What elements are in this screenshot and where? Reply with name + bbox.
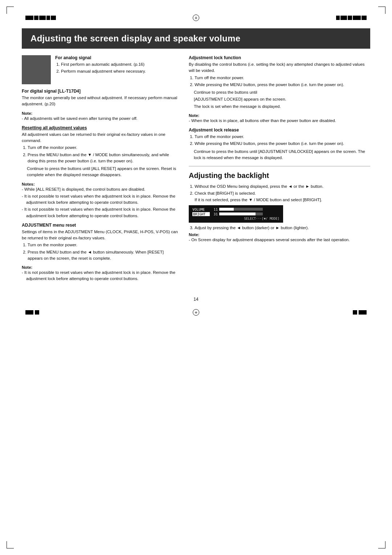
note-label-backlight: Note: <box>189 232 370 237</box>
osd-bright-bar-empty <box>256 212 263 215</box>
col-right: Adjustment lock function By disabling th… <box>189 55 370 286</box>
content-layout: For analog signal First perform an autom… <box>22 55 370 286</box>
adj-menu-heading: ADJUSTMENT menu reset <box>22 223 178 228</box>
note-item-1: All adjustments will be saved even after… <box>22 116 178 122</box>
corner-mark-bl <box>7 541 14 548</box>
reset-item-2: Press the MENU button and the ▼ / MODE b… <box>28 152 178 165</box>
lock-item-1: Turn off the monitor power. <box>195 75 370 81</box>
backlight-list: Without the OSD Menu being displayed, pr… <box>189 183 370 203</box>
page-number: 14 <box>22 297 370 302</box>
lock-function-heading: Adjustment lock function <box>189 55 370 60</box>
reset-continued: Continue to press the buttons until [ALL… <box>22 166 178 178</box>
osd-bright-row: BRIGHT 31 <box>192 212 279 216</box>
lock-list: Turn off the monitor power. While pressi… <box>189 75 370 88</box>
notes-item-2: It is not possible to reset values when … <box>22 193 178 206</box>
osd-bright-label: BRIGHT <box>192 212 210 216</box>
reg-marks-left <box>25 16 56 20</box>
reg-bar-right <box>336 16 367 20</box>
note-list-lock: When the lock is in place, all buttons o… <box>189 118 370 124</box>
reset-item-1: Turn off the monitor power. <box>28 145 178 151</box>
center-registration-mark <box>193 15 199 21</box>
backlight-item-1: Without the OSD Menu being displayed, pr… <box>195 183 370 190</box>
note-label-1: Note: <box>22 111 178 116</box>
reset-list: Turn off the monitor power. Press the ME… <box>22 145 178 164</box>
reg-marks-right <box>336 16 367 20</box>
notes-label-reset: Notes: <box>22 182 178 186</box>
note-backlight-item: On Screen display for adjustment disappe… <box>189 237 370 243</box>
lock-release-list: Turn off the monitor power. While pressi… <box>189 134 370 147</box>
notes-item-1: While [ALL RESET] is displayed, the cont… <box>22 186 178 193</box>
note-section-1: Note: All adjustments will be saved even… <box>22 111 178 122</box>
digital-text: The monitor can generally be used withou… <box>22 95 178 108</box>
note-adj-menu: Note: It is not possible to reset values… <box>22 265 178 282</box>
lock-item-2: While pressing the MENU button, press th… <box>195 82 370 88</box>
osd-bright-value: 31 <box>210 212 218 216</box>
osd-volume-value: 11 <box>210 207 218 211</box>
note-backlight: Note: On Screen display for adjustment d… <box>189 232 370 243</box>
lock-release-item-2: While pressing the MENU button, press th… <box>195 141 370 147</box>
reset-section: Resetting all adjustment values All adju… <box>22 125 178 178</box>
title-banner: Adjusting the screen display and speaker… <box>22 28 370 49</box>
lock-intro: By disabling the control buttons (i.e. s… <box>189 61 370 74</box>
osd-select-row: SELECT···[▼/ MODE] <box>192 217 279 220</box>
osd-volume-bar-filled <box>219 208 234 211</box>
lock-release-heading: Adjustment lock release <box>189 127 370 133</box>
analog-list: First perform an automatic adjustment. (… <box>55 61 178 75</box>
digital-heading: For digital signal [LL-T17D4] <box>22 89 178 94</box>
corner-mark-tr <box>378 7 385 14</box>
adj-menu-item-1: Turn on the monitor power. <box>28 242 178 248</box>
notes-item-3: It is not possible to reset values when … <box>22 206 178 219</box>
page-title: Adjusting the screen display and speaker… <box>30 33 240 43</box>
photo-placeholder <box>22 55 51 84</box>
analog-text: For analog signal First perform an autom… <box>55 55 178 84</box>
digital-signal-section: For digital signal [LL-T17D4] The monito… <box>22 89 178 108</box>
backlight-item-3: Adjust by pressing the ◄ button (darker)… <box>195 225 370 231</box>
reset-heading: Resetting all adjustment values <box>22 125 178 130</box>
note-label-lock: Note: <box>189 113 370 118</box>
note-list-1: All adjustments will be saved even after… <box>22 116 178 122</box>
bottom-marks <box>22 309 370 316</box>
note-label-adj: Note: <box>22 265 178 270</box>
reg-bar-left <box>25 16 56 20</box>
osd-display: VOLUME 11 BRIGHT 31 SELECT···[▼/ MODE] <box>189 205 283 223</box>
lock-function-section: Adjustment lock function By disabling th… <box>189 55 370 110</box>
note-list-adj: It is not possible to reset values when … <box>22 270 178 282</box>
osd-volume-row: VOLUME 11 <box>192 207 279 211</box>
bottom-center-mark <box>193 309 199 316</box>
adjustment-menu-reset: ADJUSTMENT menu reset Settings of items … <box>22 223 178 262</box>
backlight-item-2: Check that [BRIGHT] is selected. If it i… <box>195 190 370 203</box>
lock-release-item-1: Turn off the monitor power. <box>195 134 370 140</box>
analog-signal-section: For analog signal First perform an autom… <box>22 55 178 84</box>
lock-release-section: Adjustment lock release Turn off the mon… <box>189 127 370 161</box>
adj-menu-text: Settings of items in the ADJUSTMENT Menu… <box>22 229 178 242</box>
analog-item-2: Perform manual adjustment where necessar… <box>61 68 178 74</box>
backlight-list-3: Adjust by pressing the ◄ button (darker)… <box>189 225 370 231</box>
corner-mark-tl <box>7 7 14 14</box>
analog-heading: For analog signal <box>55 55 178 60</box>
top-marks <box>22 15 370 21</box>
corner-mark-br <box>378 541 385 548</box>
reset-intro: All adjustment values can be returned to… <box>22 131 178 144</box>
section-divider <box>189 166 370 166</box>
osd-volume-bar-empty <box>234 208 263 211</box>
adj-menu-list: Turn on the monitor power. Press the MEN… <box>22 242 178 262</box>
page-container: Adjusting the screen display and speaker… <box>0 0 392 555</box>
note-lock-item: When the lock is in place, all buttons o… <box>189 118 370 124</box>
note-lock: Note: When the lock is in place, all but… <box>189 113 370 124</box>
col-left: For analog signal First perform an autom… <box>22 55 178 286</box>
note-adj-item: It is not possible to reset values when … <box>22 270 178 282</box>
osd-bright-bar-filled <box>219 212 256 215</box>
notes-list-reset: While [ALL RESET] is displayed, the cont… <box>22 186 178 219</box>
backlight-heading: Adjusting the backlight <box>189 171 370 180</box>
bottom-reg-right <box>353 310 367 315</box>
osd-volume-label: VOLUME <box>192 207 210 211</box>
notes-section-reset: Notes: While [ALL RESET] is displayed, t… <box>22 182 178 219</box>
note-list-backlight: On Screen display for adjustment disappe… <box>189 237 370 243</box>
bottom-reg-left <box>25 310 39 315</box>
adj-menu-item-2: Press the MENU button and the ◄ button s… <box>28 249 178 262</box>
analog-item-1: First perform an automatic adjustment. (… <box>61 61 178 68</box>
